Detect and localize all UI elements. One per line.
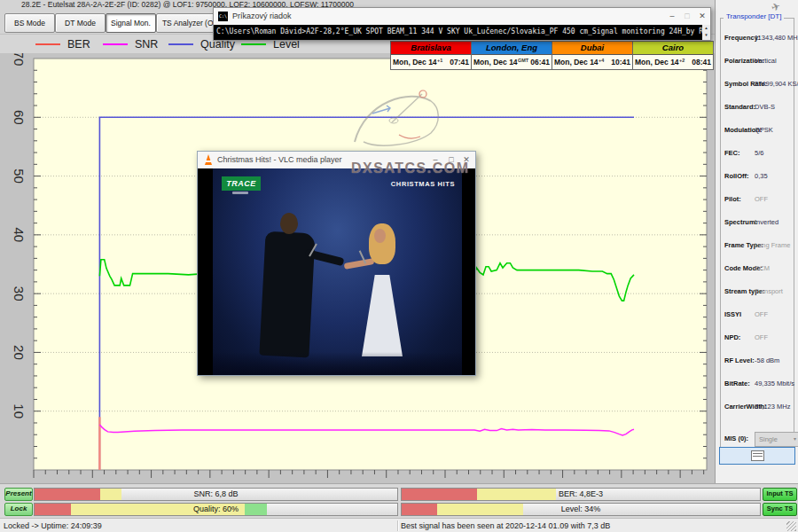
transponder-panel: Transponder [DT] Frequency:11343,480 MHz… bbox=[715, 0, 798, 483]
best-signal-status: Best signal has been seen at 2020-12-14 … bbox=[401, 521, 610, 530]
clock-tz: +2 bbox=[679, 53, 685, 67]
quality-bar: Quality: 60% bbox=[34, 503, 398, 516]
transponder-field-row: FEC:5/6 bbox=[716, 149, 798, 159]
scroll-down-icon[interactable]: ▼ bbox=[702, 32, 710, 39]
clock-city: London, Eng bbox=[472, 42, 552, 55]
clock-london: London, Eng Mon, Dec 14 GMT 06:41 bbox=[472, 41, 552, 70]
clock-date: Mon, Dec 14 bbox=[554, 55, 598, 69]
vlc-cone-icon bbox=[203, 154, 214, 166]
present-button[interactable]: Present bbox=[4, 488, 33, 501]
transponder-field-row: Frequency:11343,480 MHz bbox=[716, 34, 798, 43]
sync-ts-button[interactable]: Sync TS bbox=[763, 503, 797, 516]
resize-grip[interactable] bbox=[786, 521, 796, 531]
lock-button[interactable]: Lock bbox=[4, 503, 33, 516]
clock-city: Cairo bbox=[633, 42, 713, 55]
cmd-console[interactable]: C:\Users\Roman Dávid>A2F-28,2°E_UK SPOT … bbox=[214, 25, 710, 40]
cmd-icon: C:\ bbox=[218, 12, 228, 21]
bottom-status-panel: Present SNR: 6,8 dB BER: 4,8E-3 Input TS… bbox=[0, 483, 798, 519]
bar-label: Level: 34% bbox=[402, 505, 760, 513]
field-label: NPD: bbox=[724, 333, 740, 341]
performer-male-head bbox=[280, 213, 298, 234]
field-value: QPSK bbox=[755, 126, 773, 134]
level-bar: Level: 34% bbox=[401, 503, 761, 516]
cmd-scrollbar[interactable]: ▲ ▼ bbox=[702, 25, 710, 40]
christmas-hits-caption: CHRISTMAS HITS bbox=[391, 180, 455, 188]
vlc-close-button[interactable]: ✕ bbox=[460, 154, 473, 166]
cmd-window-title: Príkazový riadok bbox=[232, 12, 292, 20]
transponder-field-row: Frame Type:Long Frame bbox=[716, 241, 798, 251]
trace-channel-logo: TRACE bbox=[222, 176, 261, 191]
clock-date: Mon, Dec 14 bbox=[635, 55, 679, 69]
legend-label-snr: SNR bbox=[135, 38, 158, 51]
clock-time: 08:41 bbox=[692, 55, 711, 69]
cmd-minimize-button[interactable]: – bbox=[666, 11, 678, 22]
field-label: FEC: bbox=[724, 149, 740, 157]
field-label: RF Level: bbox=[724, 356, 755, 364]
transponder-field-row: RF Level:-58 dBm bbox=[716, 356, 798, 366]
field-value: CCM bbox=[755, 264, 770, 272]
cmd-maximize-button[interactable]: □ bbox=[681, 11, 693, 22]
field-value: 5/6 bbox=[755, 149, 763, 157]
field-value: 0,35 bbox=[755, 172, 768, 180]
legend-swatch-level bbox=[241, 43, 266, 45]
world-clocks: Bratislava Mon, Dec 14 +1 07:41 London, … bbox=[390, 41, 714, 70]
vlc-minimize-button[interactable]: – bbox=[429, 154, 442, 166]
legend-swatch-quality bbox=[168, 43, 193, 45]
transponder-field-row: Polarization:Vertical bbox=[716, 57, 798, 66]
mis-label: MIS (0): bbox=[724, 434, 748, 442]
transponder-groupbox-title: Transponder [DT] bbox=[724, 12, 784, 20]
statusbar: Locked -> Uptime: 24:09:39 Best signal h… bbox=[0, 518, 798, 532]
field-label: Spectrum: bbox=[724, 218, 757, 226]
field-label: ISSYI bbox=[724, 310, 741, 318]
field-value: Long Frame bbox=[755, 241, 790, 249]
legend-swatch-snr bbox=[103, 43, 128, 45]
scroll-up-icon[interactable]: ▲ bbox=[702, 25, 710, 32]
lock-uptime-status: Locked -> Uptime: 24:09:39 bbox=[4, 521, 102, 530]
chevron-down-icon: ▾ bbox=[794, 433, 796, 446]
transponder-field-row: NPD:OFF bbox=[716, 333, 798, 343]
clock-tz: +4 bbox=[598, 53, 604, 67]
vlc-maximize-button[interactable]: □ bbox=[445, 154, 458, 166]
transponder-field-row: Modulation:QPSK bbox=[716, 126, 798, 136]
transponder-field-row: Pilot:OFF bbox=[716, 195, 798, 205]
trace-logo-subtext bbox=[232, 192, 248, 194]
clock-time: 06:41 bbox=[530, 55, 550, 69]
input-ts-button[interactable]: Input TS bbox=[763, 488, 797, 501]
cmd-close-button[interactable]: ✕ bbox=[696, 11, 708, 22]
field-value: 27499,904 KS/s bbox=[755, 80, 798, 88]
tab-bs-mode[interactable]: BS Mode bbox=[4, 13, 55, 33]
vlc-video-surface[interactable]: TRACE CHRISTMAS HITS bbox=[198, 168, 475, 375]
clock-city: Bratislava bbox=[391, 42, 471, 55]
transponder-field-row: ISSYIOFF bbox=[716, 310, 798, 320]
field-value: -58 dBm bbox=[755, 356, 779, 364]
stage-floor-shadow bbox=[213, 352, 462, 375]
mis-value: Single bbox=[759, 435, 778, 443]
transponder-field-row: Code Mode:CCM bbox=[716, 264, 798, 274]
bar-label: Quality: 60% bbox=[35, 505, 397, 513]
clock-cairo: Cairo Mon, Dec 14 +2 08:41 bbox=[633, 41, 714, 70]
list-icon bbox=[751, 450, 764, 461]
clock-dubai: Dubai Mon, Dec 14 +4 10:41 bbox=[552, 41, 633, 70]
field-value: DVB-S bbox=[755, 103, 775, 111]
field-value: OFF bbox=[755, 195, 768, 203]
transponder-footer-button[interactable] bbox=[719, 447, 795, 465]
clock-time: 07:41 bbox=[450, 55, 469, 69]
cmd-titlebar[interactable]: C:\ Príkazový riadok – □ ✕ bbox=[214, 8, 710, 25]
performer-female-arm bbox=[344, 258, 375, 270]
clock-tz: GMT bbox=[518, 53, 528, 67]
field-value: OFF bbox=[755, 333, 768, 341]
field-value: Vertical bbox=[755, 57, 777, 65]
field-value: Inverted bbox=[755, 218, 778, 226]
tab-signal-mon[interactable]: Signal Mon. bbox=[106, 13, 156, 33]
mis-dropdown[interactable]: Single ▾ bbox=[755, 432, 798, 447]
vlc-titlebar[interactable]: Christmas Hits! - VLC media player – □ ✕ bbox=[198, 152, 475, 168]
field-value: 11343,480 MHz bbox=[755, 34, 798, 42]
tab-dt-mode[interactable]: DT Mode bbox=[55, 13, 106, 33]
vlc-window-title: Christmas Hits! - VLC media player bbox=[217, 155, 342, 164]
mis-row: MIS (0): Single ▾ bbox=[716, 434, 798, 444]
statusbar-divider bbox=[397, 520, 398, 531]
transponder-field-row: Spectrum:Inverted bbox=[716, 218, 798, 228]
ber-bar: BER: 4,8E-3 bbox=[401, 488, 761, 501]
bar-label: SNR: 6,8 dB bbox=[35, 489, 397, 498]
field-value: 49,335 Mbit/s bbox=[755, 379, 794, 387]
